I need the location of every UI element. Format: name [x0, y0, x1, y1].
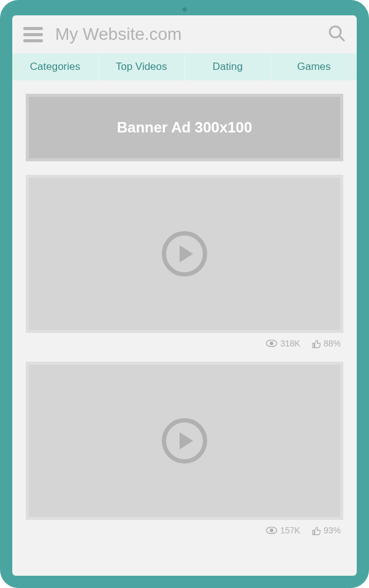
video-stats: 157K 93%	[26, 520, 343, 535]
banner-ad-text: Banner Ad 300x100	[117, 119, 253, 136]
tab-categories[interactable]: Categories	[12, 53, 98, 80]
views-stat: 157K	[266, 525, 300, 535]
rating-stat: 93%	[311, 525, 341, 535]
rating-percent: 93%	[324, 525, 341, 535]
play-icon	[162, 418, 207, 464]
video-stats: 318K 88%	[26, 333, 343, 348]
svg-line-1	[340, 36, 344, 40]
eye-icon	[266, 340, 277, 347]
svg-point-5	[270, 529, 273, 532]
play-icon	[162, 231, 207, 277]
rating-percent: 88%	[324, 338, 341, 348]
thumbs-up-icon	[311, 339, 321, 348]
hamburger-menu-icon[interactable]	[23, 27, 43, 42]
header: My Website.com	[12, 15, 357, 53]
eye-icon	[266, 527, 277, 534]
views-count: 157K	[280, 525, 300, 535]
video-thumbnail[interactable]	[26, 362, 343, 520]
tab-top-videos[interactable]: Top Videos	[99, 53, 184, 80]
device-frame: My Website.com Categories Top Videos Dat…	[0, 0, 369, 588]
thumbs-up-icon	[311, 526, 321, 535]
views-count: 318K	[280, 338, 300, 348]
site-title: My Website.com	[55, 25, 315, 44]
camera-dot	[183, 7, 187, 12]
video-card: 318K 88%	[26, 175, 343, 348]
tab-bar: Categories Top Videos Dating Games	[12, 53, 357, 80]
tab-games[interactable]: Games	[271, 53, 357, 80]
views-stat: 318K	[266, 338, 300, 348]
screen: My Website.com Categories Top Videos Dat…	[12, 15, 357, 576]
tab-dating[interactable]: Dating	[185, 53, 271, 80]
rating-stat: 88%	[311, 338, 341, 348]
search-icon[interactable]	[327, 24, 346, 45]
video-thumbnail[interactable]	[26, 175, 343, 333]
content-area: Banner Ad 300x100 318K	[12, 80, 357, 576]
svg-point-3	[270, 342, 273, 345]
video-card: 157K 93%	[26, 362, 343, 535]
banner-ad[interactable]: Banner Ad 300x100	[26, 94, 343, 161]
